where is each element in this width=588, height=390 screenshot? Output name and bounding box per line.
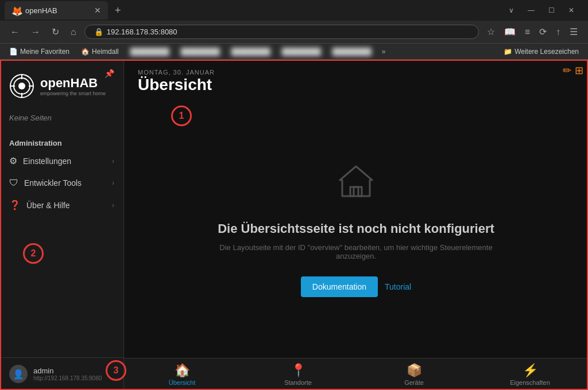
sidebar-item-ueber[interactable]: ❓ Über & Hilfe › [0, 194, 123, 216]
bookmark-heimdall[interactable]: 🏠 Heimdall [76, 46, 123, 57]
share-icon[interactable]: ↑ [552, 25, 564, 40]
tab-bar: 🦊 openHAB ✕ + ∨ — ☐ ✕ [0, 0, 588, 21]
svg-point-2 [18, 83, 25, 89]
sidebar: 📌 openHAB empowering the smart home Kein… [0, 60, 124, 390]
back-button[interactable]: ← [7, 25, 23, 40]
page-title: Übersicht [138, 76, 574, 94]
sync-icon[interactable]: ⟳ [536, 24, 550, 40]
browser-tab[interactable]: 🦊 openHAB ✕ [5, 1, 108, 20]
sidebar-item-label-einstellungen: Einstellungen [23, 157, 112, 166]
chevron-right-icon-2: › [112, 179, 114, 187]
reader-icon[interactable]: ≡ [521, 25, 533, 40]
tutorial-link[interactable]: Tutorial [385, 282, 411, 291]
forward-button[interactable]: → [28, 25, 44, 40]
win-minimize-button[interactable]: — [523, 4, 539, 17]
address-text: 192.168.178.35:8080 [107, 28, 177, 36]
house-icon [333, 159, 379, 205]
developer-icon: 🛡 [9, 178, 18, 188]
bookmark-blurred-4[interactable]: ████████ [277, 46, 326, 57]
sidebar-footer: 👤 admin http://192.168.178.35:8080 [0, 357, 123, 390]
new-tab-button[interactable]: + [110, 5, 126, 17]
tab-title: openHAB [25, 6, 90, 15]
admin-title: Administration [0, 132, 123, 150]
documentation-button[interactable]: Dokumentation [301, 276, 378, 297]
reload-button[interactable]: ↻ [48, 24, 63, 40]
address-input[interactable]: 🔒 192.168.178.35:8080 [84, 25, 479, 39]
date-label: MONTAG, 30. JANUAR [138, 69, 574, 76]
action-buttons: Dokumentation Tutorial [301, 276, 411, 297]
security-icon: 🔒 [94, 28, 103, 36]
bottom-nav: 🏠 Übersicht 📍 Standorte 📦 Geräte ⚡ Eigen… [124, 358, 588, 390]
user-url: http://192.168.178.35:8080 [33, 375, 102, 381]
svg-rect-7 [350, 187, 362, 196]
menu-icon[interactable]: ☰ [566, 24, 581, 40]
pin-icon[interactable]: 📌 [100, 64, 119, 83]
bookmark-blurred-5[interactable]: ████████ [328, 46, 376, 57]
sidebar-item-einstellungen[interactable]: ⚙ Einstellungen › [0, 150, 123, 172]
nav-ubersicht-label: Übersicht [169, 379, 195, 386]
header-actions: ✏ ⊞ [563, 64, 583, 77]
main-header: MONTAG, 30. JANUAR Übersicht [124, 60, 588, 99]
not-configured-title: Die Übersichtsseite ist noch nicht konfi… [218, 221, 494, 236]
chevron-right-icon-3: › [112, 201, 114, 209]
nav-item-standorte[interactable]: 📍 Standorte [240, 358, 356, 390]
nav-gerate-label: Geräte [404, 379, 424, 386]
layout-icon[interactable]: ⊞ [575, 64, 583, 77]
bookmarks-overflow-button[interactable]: » [378, 46, 389, 57]
avatar-icon: 👤 [13, 369, 24, 380]
home-icon-wrap [333, 159, 379, 208]
nav-item-eigenschaften[interactable]: ⚡ Eigenschaften [472, 358, 588, 390]
tab-close-icon[interactable]: ✕ [94, 6, 101, 15]
edit-icon[interactable]: ✏ [563, 64, 571, 77]
bookmark-blurred-1[interactable]: ████████ [126, 46, 174, 57]
nav-eigenschaften-icon: ⚡ [523, 363, 538, 378]
app-container: 📌 openHAB empowering the smart home Kein… [0, 60, 588, 390]
logo-name: openHAB [40, 76, 106, 91]
bookmark-blurred-2[interactable]: ████████ [176, 46, 225, 57]
win-controls: ∨ — ☐ ✕ [500, 4, 583, 17]
sidebar-item-label-entwickler: Entwickler Tools [24, 178, 112, 188]
bookmarks-bar: 📄 Meine Favoriten 🏠 Heimdall ████████ ██… [0, 44, 588, 60]
bookmark-meine-favoriten[interactable]: 📄 Meine Favoriten [5, 46, 74, 57]
user-name: admin [33, 366, 102, 375]
home-button[interactable]: ⌂ [67, 25, 80, 40]
address-bar: ← → ↻ ⌂ 🔒 192.168.178.35:8080 ☆ 📖 ≡ ⟳ ↑ … [0, 21, 588, 44]
help-icon: ❓ [9, 200, 21, 210]
win-minimize-icon[interactable]: ∨ [504, 4, 519, 17]
tab-favicon: 🦊 [11, 6, 21, 15]
pocket-icon[interactable]: 📖 [501, 24, 519, 40]
sidebar-item-label-ueber: Über & Hilfe [26, 201, 112, 210]
openhab-logo [9, 73, 34, 99]
not-configured-desc: Die Layoutseite mit der ID "overview" be… [218, 243, 494, 260]
main-content: ✏ ⊞ MONTAG, 30. JANUAR Übersicht Die Übe… [124, 60, 588, 390]
win-restore-button[interactable]: ☐ [544, 4, 559, 17]
no-pages-label: Keine Seiten [0, 109, 61, 127]
main-body: Die Übersichtsseite ist noch nicht konfi… [124, 99, 588, 358]
logo-tagline: empowering the smart home [40, 91, 106, 96]
browser-chrome: 🦊 openHAB ✕ + ∨ — ☐ ✕ ← → ↻ ⌂ 🔒 192.168.… [0, 0, 588, 60]
nav-gerate-icon: 📦 [407, 363, 422, 378]
avatar: 👤 [9, 365, 28, 383]
sidebar-item-entwickler[interactable]: 🛡 Entwickler Tools › [0, 172, 123, 194]
toolbar-icons: ☆ 📖 ≡ ⟳ ↑ ☰ [483, 24, 581, 40]
star-icon[interactable]: ☆ [483, 24, 498, 40]
nav-eigenschaften-label: Eigenschaften [510, 379, 550, 386]
annotation-2: 2 [23, 243, 44, 264]
sidebar-section-pages: Keine Seiten [0, 108, 123, 127]
logo-text: openHAB empowering the smart home [40, 76, 106, 96]
chevron-right-icon: › [112, 157, 114, 165]
nav-home-icon: 🏠 [175, 363, 190, 378]
bookmark-blurred-3[interactable]: ████████ [227, 46, 275, 57]
settings-icon: ⚙ [9, 155, 17, 166]
sidebar-section-admin: Administration ⚙ Einstellungen › 🛡 Entwi… [0, 127, 123, 221]
win-close-button[interactable]: ✕ [564, 4, 579, 17]
user-info: admin http://192.168.178.35:8080 [33, 366, 102, 381]
more-bookmarks-button[interactable]: 📁 Weitere Lesezeichen [499, 46, 583, 57]
nav-item-ubersicht[interactable]: 🏠 Übersicht [124, 358, 240, 390]
nav-standorte-icon: 📍 [291, 363, 306, 378]
nav-standorte-label: Standorte [284, 379, 312, 386]
nav-item-gerate[interactable]: 📦 Geräte [356, 358, 472, 390]
